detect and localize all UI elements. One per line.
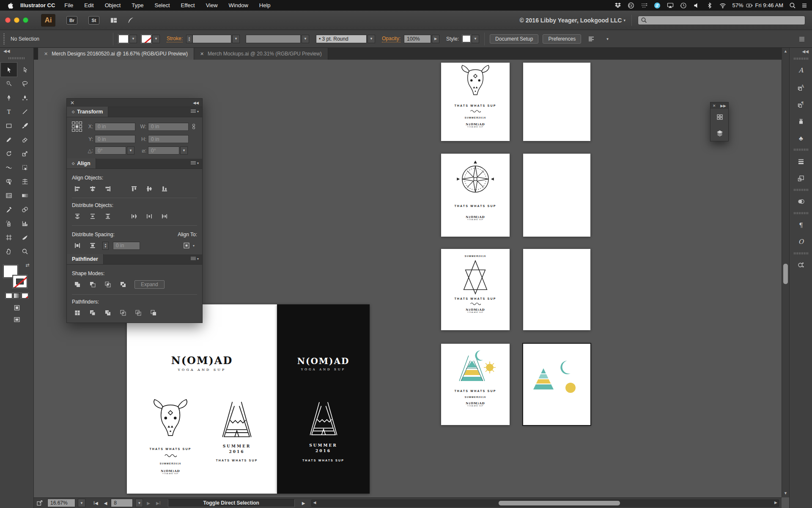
previous-artboard-button[interactable]: ◀ (102, 501, 110, 505)
volume-icon[interactable] (693, 2, 700, 9)
symbol-sprayer-tool[interactable] (1, 216, 17, 230)
bluetooth-icon[interactable] (706, 2, 713, 9)
exclude-icon[interactable] (118, 280, 129, 289)
artboard-number-field[interactable]: 8 (111, 499, 133, 507)
opacity-value[interactable]: 100% (404, 35, 431, 43)
toolbar-collapse-icon[interactable]: ◀◀ (0, 48, 33, 55)
rectangle-tool[interactable] (1, 119, 17, 133)
artboard-tool[interactable] (1, 230, 17, 244)
brush-definition-dropdown[interactable]: ▼ (368, 35, 375, 43)
color-button[interactable] (5, 293, 12, 298)
perspective-grid-tool[interactable] (17, 174, 33, 188)
brush-definition-value[interactable]: • 3 pt. Round (316, 35, 367, 43)
slice-tool[interactable] (17, 230, 33, 244)
unite-icon[interactable] (72, 280, 83, 289)
x-field[interactable]: 0 in (95, 123, 135, 131)
scale-tool[interactable] (17, 146, 33, 160)
artboard-compass[interactable]: THATS WHATS SUP N(OM)AD YOGA AND SUP (441, 154, 510, 237)
spacing-field[interactable]: 0 in (113, 242, 140, 250)
artboard-color-elements-selected[interactable] (523, 344, 590, 425)
align-right-icon[interactable] (102, 184, 113, 193)
fill-swatch[interactable] (118, 35, 129, 43)
free-transform-tool[interactable] (17, 160, 33, 174)
artboard-number-dropdown[interactable]: ▼ (135, 499, 143, 507)
intersect-icon[interactable] (102, 280, 113, 289)
artboard-blank-2[interactable] (523, 154, 590, 237)
text-align-icon[interactable] (588, 36, 595, 42)
eyedropper-tool[interactable] (1, 202, 17, 216)
horizontal-scroll-thumb[interactable] (499, 501, 620, 505)
scroll-left-icon[interactable]: ◀ (313, 500, 316, 505)
stroke-color-proxy[interactable] (13, 275, 27, 288)
menu-item-help[interactable]: Help (259, 2, 271, 8)
drawing-modes-icon[interactable] (14, 304, 20, 311)
artboard-color-design[interactable]: THATS WHATS SUP SUMMER2016 N(OM)AD YOGA … (441, 344, 510, 425)
control-bar-grip[interactable] (3, 33, 5, 44)
wifi-icon[interactable] (719, 2, 727, 9)
paintbrush-tool[interactable] (17, 119, 33, 133)
next-artboard-button[interactable]: ▶ (145, 501, 152, 505)
distribute-center-h-icon[interactable] (144, 212, 155, 221)
minimize-window-button[interactable] (14, 17, 19, 23)
align-top-icon[interactable] (129, 184, 140, 193)
control-panel-menu-icon[interactable] (798, 36, 805, 42)
dock-group-grip[interactable] (794, 212, 808, 214)
menu-item-edit[interactable]: Edit (84, 2, 93, 8)
stroke-weight-value[interactable] (192, 35, 231, 43)
merge-icon[interactable] (102, 308, 113, 318)
reference-point-selector[interactable] (72, 121, 82, 132)
artboard-merch-sheet-white[interactable]: N(OM)AD YOGA AND SUP (127, 304, 277, 494)
spacing-stepper[interactable]: ▲▼ (102, 242, 109, 250)
menu-item-view[interactable]: View (206, 2, 218, 8)
character-panel-icon[interactable]: A (790, 62, 812, 79)
canvas[interactable]: THATS WHATS SUP SUMMER2016 N(OM)AD YOGA … (34, 60, 782, 497)
stroke-panel-icon[interactable] (790, 153, 812, 170)
distribute-spacing-h-icon[interactable] (87, 241, 98, 250)
stroke-weight-dropdown[interactable]: ▼ (232, 35, 240, 43)
shear-dropdown[interactable]: ▼ (180, 146, 188, 155)
selection-tool[interactable] (1, 63, 17, 77)
stroke-label[interactable]: Stroke: (167, 36, 183, 42)
menu-item-object[interactable]: Object (105, 2, 121, 8)
direct-selection-tool[interactable] (17, 63, 33, 77)
minidock-close-icon[interactable]: ✕ (713, 104, 716, 108)
menu-item-type[interactable]: Type (132, 2, 143, 8)
transparency-icon[interactable] (790, 193, 812, 210)
panel-close-icon[interactable]: ✕ (70, 100, 74, 106)
artboard-blank-3[interactable] (523, 249, 590, 330)
character-styles-icon[interactable]: A (790, 79, 812, 96)
width-profile-dropdown[interactable]: ▼ (302, 35, 309, 43)
last-artboard-button[interactable]: ▶Ⅰ (154, 501, 163, 505)
fill-dropdown-button[interactable]: ▼ (129, 35, 137, 43)
rotate-field[interactable]: 0° (95, 146, 126, 155)
pen-tool[interactable] (1, 91, 17, 105)
divide-icon[interactable] (72, 308, 83, 318)
distribute-right-icon[interactable] (159, 212, 170, 221)
account-caret-icon[interactable]: ▾ (623, 18, 625, 22)
align-to-caret-icon[interactable]: ▾ (193, 244, 195, 248)
search-input[interactable] (638, 16, 805, 25)
opacity-expand-button[interactable]: ▶ (432, 35, 439, 43)
creative-cloud-icon[interactable] (628, 2, 635, 9)
graph-tool[interactable] (17, 216, 33, 230)
distribute-spacing-v-icon[interactable] (72, 241, 83, 250)
shape-builder-tool[interactable] (1, 174, 17, 188)
dock-collapse-icon[interactable]: ◀◀ (790, 48, 812, 55)
align-middle-v-icon[interactable] (144, 184, 155, 193)
distribute-bottom-icon[interactable] (102, 212, 113, 221)
dock-group-grip[interactable] (794, 189, 808, 191)
css-properties-icon[interactable] (790, 257, 812, 273)
panel-collapse-icon[interactable]: ◀◀ (193, 101, 199, 105)
style-swatch[interactable] (462, 35, 471, 42)
distribute-left-icon[interactable] (129, 212, 140, 221)
workspace-switcher-icon[interactable] (110, 17, 117, 24)
align-to-artboard-icon[interactable] (181, 241, 192, 250)
shazam-icon[interactable] (654, 2, 661, 9)
artboards-grid-icon[interactable] (710, 109, 729, 125)
dropbox-icon[interactable] (614, 2, 622, 9)
status-expand-icon[interactable]: ▶ (300, 501, 307, 505)
document-tab-2[interactable]: ✕Merch Mockups.ai @ 20.31% (RGB/GPU Prev… (194, 48, 328, 60)
type-tool[interactable]: T (1, 105, 17, 119)
magic-wand-tool[interactable] (1, 77, 17, 91)
menu-item-file[interactable]: File (64, 2, 73, 8)
